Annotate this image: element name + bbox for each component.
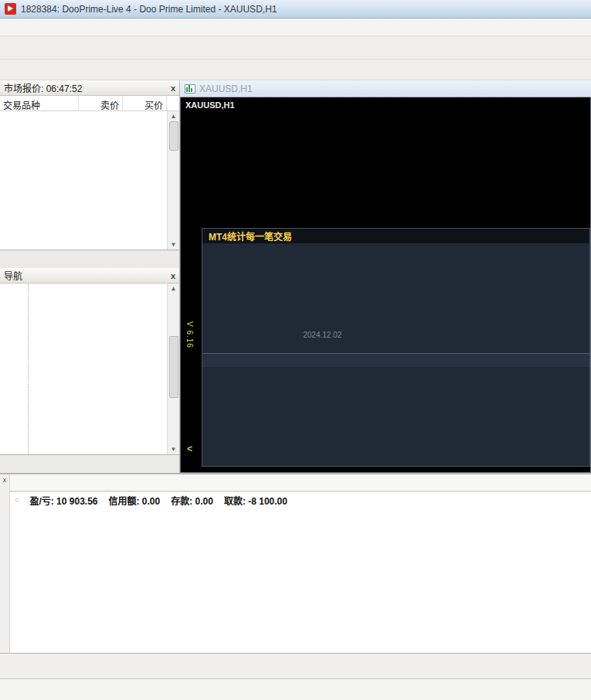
scrollbar-thumb[interactable] — [169, 336, 178, 398]
toolbar-standard — [0, 36, 591, 59]
chart-window-title: XAUUSD,H1 — [199, 83, 253, 94]
market-watch-column-header[interactable]: 交易品种 卖价 买价 — [0, 96, 179, 111]
close-icon[interactable]: x — [3, 474, 7, 484]
summary-deposit: 存款: 0.00 — [171, 494, 213, 507]
collapse-arrow-icon[interactable]: < — [187, 443, 192, 454]
market-watch-panel: 市场报价: 06:47:52 x 交易品种 卖价 买价 ▲ ▼ — [0, 80, 179, 268]
market-watch-tabs — [0, 250, 179, 268]
left-dock: 市场报价: 06:47:52 x 交易品种 卖价 买价 ▲ ▼ — [0, 80, 180, 473]
terminal-panel: x ○ 盈/亏: 10 903.56 信用额: 0.00 存款: 0.00 取款… — [0, 473, 591, 653]
navigator-panel: 导航 x ▲ ▼ — [0, 268, 179, 473]
navigator-tabs — [0, 454, 179, 473]
toolbar-line-studies — [0, 59, 591, 80]
terminal-tab-bar — [0, 653, 591, 678]
market-watch-title: 市场报价: 06:47:52 — [4, 81, 82, 94]
chart-icon — [185, 84, 195, 93]
summary-dot-icon: ○ — [15, 496, 19, 504]
indicator-version-label: V 6.16 — [185, 321, 194, 348]
navigator-title: 导航 — [4, 269, 22, 282]
summary-withdrawal: 取款: -8 100.00 — [224, 494, 287, 507]
chart-window-titlebar[interactable]: XAUUSD,H1 — [180, 80, 591, 97]
scrollbar-thumb[interactable] — [169, 121, 178, 151]
market-watch-scrollbar[interactable]: ▲ ▼ — [167, 111, 179, 250]
stats-total-row — [202, 353, 589, 367]
summary-profit: 盈/亏: 10 903.56 — [29, 494, 97, 507]
chart-window: XAUUSD,H1 XAUUSD,H1 V 6.16 < MT4统计每一笔交易 … — [180, 80, 591, 473]
menu-bar — [0, 19, 591, 36]
navigator-list: ▲ ▼ — [0, 284, 179, 454]
market-watch-header: 市场报价: 06:47:52 x — [0, 80, 179, 96]
close-icon[interactable]: x — [171, 271, 175, 280]
orders-summary-row: ○ 盈/亏: 10 903.56 信用额: 0.00 存款: 0.00 取款: … — [10, 491, 591, 508]
chart-symbol-label: XAUUSD,H1 — [185, 100, 235, 110]
equity-curve-chart — [202, 263, 589, 331]
window-title: 1828384: DooPrime-Live 4 - Doo Prime Lim… — [21, 4, 277, 15]
chart-canvas[interactable]: XAUUSD,H1 V 6.16 < MT4统计每一笔交易 2024.12.02 — [180, 97, 591, 473]
equity-x-axis-label: 2024.12.02 — [202, 331, 589, 340]
mt4-logo-icon — [5, 3, 16, 15]
stats-tabs — [202, 243, 589, 263]
stats-table-header — [202, 340, 589, 353]
market-watch-rows: ▲ ▼ — [0, 111, 179, 250]
price-bars-chart — [181, 97, 413, 213]
stats-title: MT4统计每一笔交易 — [202, 229, 589, 243]
scroll-down-icon[interactable]: ▼ — [171, 444, 177, 454]
account-history-table: ○ 盈/亏: 10 903.56 信用额: 0.00 存款: 0.00 取款: … — [10, 474, 591, 653]
title-bar[interactable]: 1828384: DooPrime-Live 4 - Doo Prime Lim… — [0, 0, 591, 19]
column-bid[interactable]: 卖价 — [79, 96, 123, 110]
navigator-header: 导航 x — [0, 268, 179, 284]
stats-subwindow: MT4统计每一笔交易 2024.12.02 — [202, 228, 590, 467]
scroll-down-icon[interactable]: ▼ — [171, 240, 177, 250]
workspace: 市场报价: 06:47:52 x 交易品种 卖价 买价 ▲ ▼ — [0, 80, 591, 473]
navigator-scrollbar[interactable]: ▲ ▼ — [167, 284, 179, 454]
column-symbol[interactable]: 交易品种 — [0, 96, 79, 110]
mt4-application-window: 1828384: DooPrime-Live 4 - Doo Prime Lim… — [0, 0, 591, 700]
scroll-up-icon[interactable]: ▲ — [171, 111, 177, 121]
column-ask[interactable]: 买价 — [123, 96, 167, 110]
close-icon[interactable]: x — [171, 83, 175, 93]
orders-column-header[interactable] — [10, 474, 591, 491]
summary-credit: 信用额: 0.00 — [109, 494, 161, 507]
status-bar — [0, 678, 591, 700]
terminal-gutter: x — [0, 474, 10, 653]
scroll-up-icon[interactable]: ▲ — [171, 284, 177, 294]
